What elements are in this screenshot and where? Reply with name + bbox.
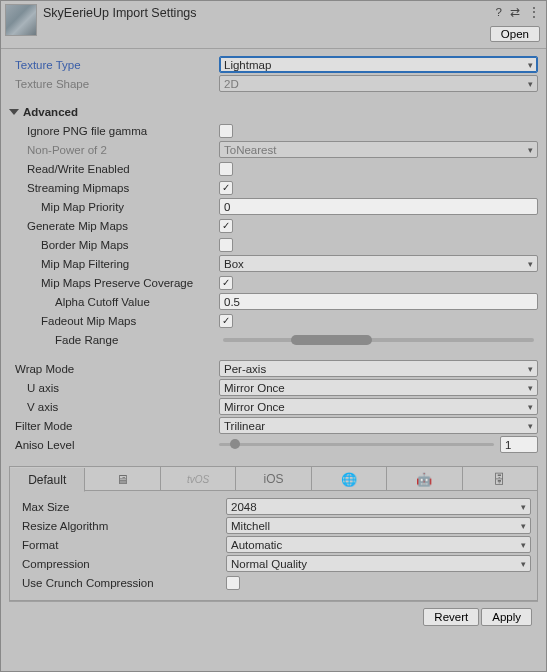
platform-tab-tvos[interactable]: tvOS: [161, 467, 236, 491]
platform-tabs: Default🖥tvOSiOS🌐🤖🗄: [9, 466, 538, 491]
platform-tab-server[interactable]: 🗄: [463, 467, 537, 491]
aniso-slider[interactable]: [219, 443, 494, 446]
texture-type-value: Lightmap: [224, 59, 271, 71]
chevron-down-icon: ▾: [521, 540, 526, 550]
texture-type-label: Texture Type: [9, 59, 219, 71]
chevron-down-icon: ▾: [528, 145, 533, 155]
generate-mipmaps-label: Generate Mip Maps: [9, 220, 219, 232]
generate-mipmaps-checkbox[interactable]: ✓: [219, 219, 233, 233]
aniso-knob[interactable]: [230, 439, 240, 449]
menu-icon[interactable]: ⋮: [528, 5, 540, 19]
aniso-label: Aniso Level: [9, 439, 219, 451]
u-axis-label: U axis: [9, 382, 219, 394]
chevron-down-icon: ▾: [528, 60, 533, 70]
preset-icon[interactable]: ⇄: [510, 5, 520, 19]
footer: Revert Apply: [9, 601, 538, 632]
aniso-value-field[interactable]: 1: [500, 436, 538, 453]
platform-tab-desktop[interactable]: 🖥: [85, 467, 160, 491]
mip-filtering-value: Box: [224, 258, 244, 270]
crunch-checkbox[interactable]: [226, 576, 240, 590]
v-axis-label: V axis: [9, 401, 219, 413]
platform-tab-web[interactable]: 🌐: [312, 467, 387, 491]
u-axis-value: Mirror Once: [224, 382, 285, 394]
alpha-cutoff-label: Alpha Cutoff Value: [9, 296, 219, 308]
filter-mode-value: Trilinear: [224, 420, 265, 432]
crunch-label: Use Crunch Compression: [16, 577, 226, 589]
texture-shape-value: 2D: [224, 78, 239, 90]
triangle-down-icon: [9, 109, 19, 115]
format-value: Automatic: [231, 539, 282, 551]
help-icon[interactable]: ?: [496, 6, 502, 18]
platform-tab-ios[interactable]: iOS: [236, 467, 311, 491]
asset-title: SkyEerieUp Import Settings: [43, 4, 197, 20]
v-axis-select[interactable]: Mirror Once ▾: [219, 398, 538, 415]
compression-select[interactable]: Normal Quality ▾: [226, 555, 531, 572]
fadeout-mipmaps-checkbox[interactable]: ✓: [219, 314, 233, 328]
open-button[interactable]: Open: [490, 26, 540, 42]
ignore-png-gamma-label: Ignore PNG file gamma: [9, 125, 219, 137]
chevron-down-icon: ▾: [528, 383, 533, 393]
chevron-down-icon: ▾: [528, 402, 533, 412]
fade-range-slider[interactable]: [223, 338, 534, 342]
format-select[interactable]: Automatic ▾: [226, 536, 531, 553]
chevron-down-icon: ▾: [528, 259, 533, 269]
resize-algo-select[interactable]: Mitchell ▾: [226, 517, 531, 534]
revert-button[interactable]: Revert: [423, 608, 479, 626]
wrap-mode-label: Wrap Mode: [9, 363, 219, 375]
max-size-label: Max Size: [16, 501, 226, 513]
fade-range-label: Fade Range: [9, 334, 219, 346]
border-mipmaps-label: Border Mip Maps: [9, 239, 219, 251]
format-label: Format: [16, 539, 226, 551]
platform-tab-android[interactable]: 🤖: [387, 467, 462, 491]
platform-tab-default[interactable]: Default: [10, 468, 85, 492]
mipmap-priority-field[interactable]: 0: [219, 198, 538, 215]
u-axis-select[interactable]: Mirror Once ▾: [219, 379, 538, 396]
ignore-png-gamma-checkbox[interactable]: [219, 124, 233, 138]
preserve-coverage-checkbox[interactable]: ✓: [219, 276, 233, 290]
readwrite-checkbox[interactable]: [219, 162, 233, 176]
texture-shape-select: 2D ▾: [219, 75, 538, 92]
npot-label: Non-Power of 2: [9, 144, 219, 156]
border-mipmaps-checkbox[interactable]: [219, 238, 233, 252]
max-size-select[interactable]: 2048 ▾: [226, 498, 531, 515]
advanced-foldout[interactable]: Advanced: [9, 103, 538, 121]
v-axis-value: Mirror Once: [224, 401, 285, 413]
streaming-mipmaps-checkbox[interactable]: ✓: [219, 181, 233, 195]
streaming-mipmaps-label: Streaming Mipmaps: [9, 182, 219, 194]
header-icons: ? ⇄ ⋮: [496, 5, 540, 19]
compression-label: Compression: [16, 558, 226, 570]
resize-algo-label: Resize Algorithm: [16, 520, 226, 532]
wrap-mode-select[interactable]: Per-axis ▾: [219, 360, 538, 377]
alpha-cutoff-field[interactable]: 0.5: [219, 293, 538, 310]
inspector-header: SkyEerieUp Import Settings ? ⇄ ⋮ Open: [1, 1, 546, 49]
chevron-down-icon: ▾: [521, 502, 526, 512]
asset-thumbnail: [5, 4, 37, 36]
chevron-down-icon: ▾: [528, 79, 533, 89]
chevron-down-icon: ▾: [521, 521, 526, 531]
npot-value: ToNearest: [224, 144, 276, 156]
filter-mode-select[interactable]: Trilinear ▾: [219, 417, 538, 434]
fade-range-thumb[interactable]: [291, 335, 372, 345]
texture-type-select[interactable]: Lightmap ▾: [219, 56, 538, 73]
mipmap-priority-label: Mip Map Priority: [9, 201, 219, 213]
preserve-coverage-label: Mip Maps Preserve Coverage: [9, 277, 219, 289]
wrap-mode-value: Per-axis: [224, 363, 266, 375]
texture-shape-label: Texture Shape: [9, 78, 219, 90]
max-size-value: 2048: [231, 501, 257, 513]
apply-button[interactable]: Apply: [481, 608, 532, 626]
platform-panel: Max Size 2048 ▾ Resize Algorithm Mitchel…: [9, 490, 538, 601]
fadeout-mipmaps-label: Fadeout Mip Maps: [9, 315, 219, 327]
chevron-down-icon: ▾: [521, 559, 526, 569]
filter-mode-label: Filter Mode: [9, 420, 219, 432]
resize-algo-value: Mitchell: [231, 520, 270, 532]
npot-select: ToNearest ▾: [219, 141, 538, 158]
mip-filtering-select[interactable]: Box ▾: [219, 255, 538, 272]
readwrite-label: Read/Write Enabled: [9, 163, 219, 175]
chevron-down-icon: ▾: [528, 364, 533, 374]
advanced-label: Advanced: [23, 106, 78, 118]
mip-filtering-label: Mip Map Filtering: [9, 258, 219, 270]
compression-value: Normal Quality: [231, 558, 307, 570]
chevron-down-icon: ▾: [528, 421, 533, 431]
